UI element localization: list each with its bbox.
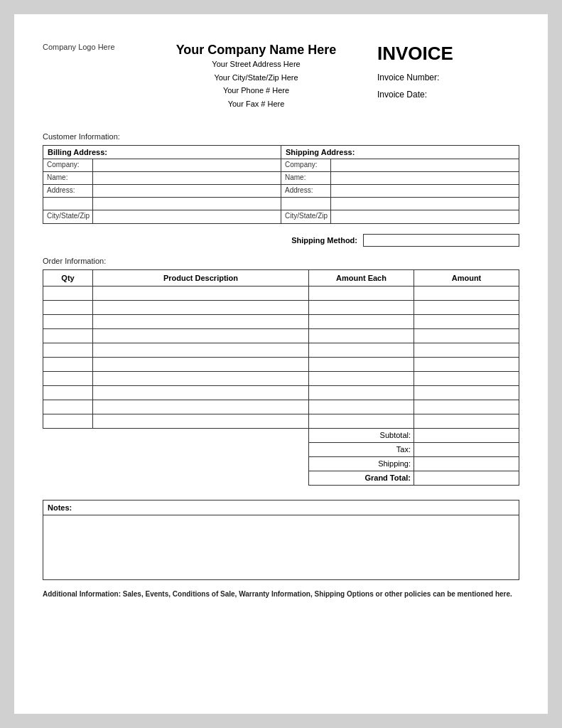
billing-city-label: City/State/Zip (43, 210, 93, 223)
shipping-address-row2 (281, 198, 519, 210)
invoice-title: INVOICE (377, 43, 519, 65)
invoice-page: Company Logo Here Your Company Name Here… (14, 14, 548, 714)
billing-address-label2 (43, 198, 93, 210)
shipping-address-row: Address: (281, 185, 519, 198)
company-logo: Company Logo Here (43, 43, 115, 51)
col-header-amount-each: Amount Each (309, 269, 414, 286)
shipping-method-input[interactable] (363, 234, 519, 247)
shipping-city-label: City/State/Zip (281, 210, 331, 223)
row-description (93, 343, 309, 357)
row-description (93, 314, 309, 328)
city-state-zip: Your City/State/Zip Here (135, 71, 377, 85)
order-section-label: Order Information: (43, 257, 519, 265)
shipping-label: Shipping: (309, 456, 414, 471)
subtotal-value (414, 428, 519, 442)
row-amount (414, 286, 519, 300)
billing-header: Billing Address: (43, 146, 281, 159)
invoice-number-label: Invoice Number: (377, 69, 519, 86)
table-row (43, 328, 519, 343)
row-amount-each (309, 414, 414, 428)
col-header-amount: Amount (414, 269, 519, 286)
shipping-method-row: Shipping Method: (43, 234, 519, 247)
row-description (93, 400, 309, 414)
billing-city-row: City/State/Zip (43, 210, 281, 223)
col-header-qty: Qty (43, 269, 93, 286)
shipping-address-value2 (331, 198, 519, 210)
grand-total-value (414, 471, 519, 485)
row-amount-each (309, 286, 414, 300)
row-qty (43, 357, 93, 371)
row-amount-each (309, 314, 414, 328)
row-qty (43, 328, 93, 343)
table-row (43, 400, 519, 414)
company-name: Your Company Name Here (135, 43, 377, 58)
shipping-city-row: City/State/Zip (281, 210, 519, 223)
billing-company-row: Company: (43, 159, 281, 172)
row-qty (43, 371, 93, 385)
row-description (93, 286, 309, 300)
billing-address-value (93, 185, 281, 197)
billing-company-value (93, 159, 281, 171)
row-qty (43, 286, 93, 300)
shipping-address-label2 (281, 198, 331, 210)
additional-info-label: Additional Information: (43, 590, 121, 598)
row-amount-each (309, 385, 414, 400)
table-row (43, 385, 519, 400)
row-amount-each (309, 343, 414, 357)
table-row (43, 300, 519, 314)
row-amount-each (309, 357, 414, 371)
tax-label: Tax: (309, 442, 414, 456)
row-description (93, 414, 309, 428)
additional-info-text: Sales, Events, Conditions of Sale, Warra… (123, 590, 512, 598)
table-row (43, 286, 519, 300)
invoice-info: INVOICE Invoice Number: Invoice Date: (377, 43, 519, 103)
shipping-company-value (331, 159, 519, 171)
company-details: Your Street Address Here Your City/State… (135, 58, 377, 111)
shipping-company-row: Company: (281, 159, 519, 172)
billing-address-block: Billing Address: Company: Name: Address:… (43, 146, 281, 223)
row-qty (43, 343, 93, 357)
grand-total-row: Grand Total: (43, 471, 519, 485)
grand-total-label: Grand Total: (309, 471, 414, 485)
row-amount (414, 371, 519, 385)
row-description (93, 385, 309, 400)
phone: Your Phone # Here (135, 84, 377, 97)
billing-address-row2 (43, 198, 281, 210)
tax-value (414, 442, 519, 456)
shipping-name-row: Name: (281, 172, 519, 185)
tax-row: Tax: (43, 442, 519, 456)
table-row (43, 371, 519, 385)
subtotal-label: Subtotal: (309, 428, 414, 442)
row-amount (414, 314, 519, 328)
row-qty (43, 400, 93, 414)
shipping-company-label: Company: (281, 159, 331, 171)
subtotal-row: Subtotal: (43, 428, 519, 442)
shipping-name-label: Name: (281, 172, 331, 184)
totals-footer: Subtotal: Tax: Shipping: Grand Total: (43, 428, 519, 485)
table-row (43, 343, 519, 357)
row-qty (43, 314, 93, 328)
table-header-row: Qty Product Description Amount Each Amou… (43, 269, 519, 286)
shipping-method-label: Shipping Method: (291, 236, 357, 245)
address-tables: Billing Address: Company: Name: Address:… (43, 145, 519, 224)
notes-body (43, 515, 519, 579)
row-description (93, 357, 309, 371)
row-qty (43, 385, 93, 400)
row-description (93, 371, 309, 385)
shipping-name-value (331, 172, 519, 184)
table-row (43, 357, 519, 371)
row-amount (414, 385, 519, 400)
table-row (43, 414, 519, 428)
row-qty (43, 300, 93, 314)
company-info: Your Company Name Here Your Street Addre… (135, 43, 377, 111)
billing-address-label: Address: (43, 185, 93, 197)
row-description (93, 328, 309, 343)
row-amount (414, 300, 519, 314)
shipping-header: Shipping Address: (281, 146, 519, 159)
row-amount-each (309, 371, 414, 385)
billing-name-value (93, 172, 281, 184)
billing-company-label: Company: (43, 159, 93, 171)
row-amount (414, 400, 519, 414)
row-amount (414, 357, 519, 371)
row-amount-each (309, 400, 414, 414)
